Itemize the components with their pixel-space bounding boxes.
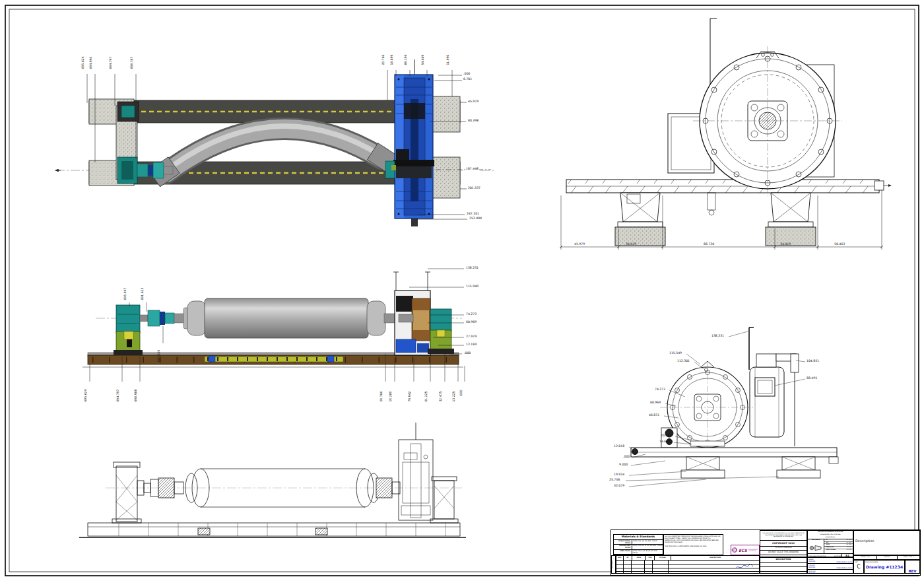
dim-label: 45.979 <box>574 243 585 246</box>
tolerance-box: UNLESS OTHERWISE SPECIFIED DIMENSIONS AR… <box>807 530 853 557</box>
dim-label: 25.758 <box>609 479 620 482</box>
end-view-top <box>560 18 891 250</box>
dim-label: 138.231 <box>466 267 478 270</box>
dim-label: 13.225 <box>453 392 456 402</box>
dim-label: 32.079 <box>614 485 624 488</box>
dim-label: 88.495 <box>807 377 817 380</box>
dim-label: 6.701 <box>463 78 472 81</box>
third-angle-projection-icon <box>809 545 822 551</box>
size-label: SIZE <box>855 561 858 563</box>
dim-label: 138.231 <box>711 335 724 338</box>
revisions-label: REVISIONS <box>612 556 615 573</box>
drive-unit-plan <box>385 59 434 226</box>
dim-label: 20.786 <box>380 392 383 402</box>
material-label: TUBE STEEL <box>614 550 632 554</box>
rev-col-header: DESCRIPTION <box>671 556 759 560</box>
title-block: Materials & Standards STRUCTURAL STEELAS… <box>610 530 921 576</box>
dim-label: 115.549 <box>669 352 682 355</box>
end-view-mid <box>626 327 838 487</box>
weight-label: WEIGHT <box>877 556 898 559</box>
description-header: DESCRIPTION <box>760 558 807 563</box>
dim-label: 86.720 <box>704 243 714 246</box>
dim-label: 50.463 <box>834 243 845 246</box>
dim-label: 54.609 <box>422 55 425 65</box>
description-rows: DESCRIPTION <box>760 557 807 574</box>
sig-label: DRAWN <box>808 559 814 560</box>
sig-date: 22ND MARCH 2013 <box>836 567 852 569</box>
dim-label: 79.942 <box>409 392 412 402</box>
disclaimer-column: THE DESIGN OF THIS DRAWING IS THE SOLE P… <box>760 530 807 557</box>
dim-label: 11.990 <box>447 55 450 65</box>
dim-label: 18.899 <box>391 55 394 65</box>
sig-label: APPROVED <box>808 570 816 572</box>
revision-table: REV BY DATE CHK ECO NO DESCRIPTION <box>616 555 760 574</box>
dim-label: .000 <box>464 352 471 355</box>
rev-value: REV <box>906 561 919 574</box>
sig-name: XXXXX <box>808 566 815 569</box>
company-logo: ECS ENGINEERING SOLUTIONS <box>731 545 760 555</box>
rev-cell: REV <box>905 560 920 574</box>
support-pedestals <box>615 193 816 246</box>
dim-label: 694.797 <box>110 57 113 69</box>
signature-rows: DRAWN XXXXX 22ND MARCH 2013 CHECKED XXXX… <box>807 557 853 574</box>
dim-label: 19.924 <box>614 473 624 477</box>
plan-view <box>55 59 495 226</box>
sig-date: 22ND MARCH 2013 <box>836 561 852 563</box>
dim-label: 12.018 <box>614 445 624 448</box>
drive-wireframe <box>399 423 433 520</box>
rev-col-header: BY <box>624 556 632 560</box>
left-pedestal <box>114 305 143 355</box>
dim-label: 694.990 <box>90 57 93 69</box>
description-panel-label: Description <box>855 539 874 543</box>
scale-strip: SCALE 1:16 WEIGHT SHEET 1 OF 1 <box>853 555 920 560</box>
motor-body <box>750 354 799 446</box>
dim-label: 34.419 <box>626 243 636 246</box>
dim-label: 32.475 <box>440 392 443 402</box>
drive-elevation <box>393 272 454 355</box>
dim-label: 9.000 <box>619 463 628 467</box>
dim-label: 12.169 <box>466 343 477 347</box>
logo-glyph-icon <box>731 546 738 554</box>
dim-label: 88.194 <box>405 55 408 65</box>
dim-label: 691.623 <box>141 288 145 300</box>
dim-label: 20.786 <box>382 55 385 65</box>
wireframe-view <box>79 423 466 537</box>
material-value: ASTM A500 GR. B (46 KSI MIN. YIELD) <box>632 550 663 554</box>
dim-label: 698.988 <box>135 390 138 402</box>
sig-date: 22ND MARCH 2013 <box>836 573 852 574</box>
sig-name: XXXXX <box>808 572 815 574</box>
roll-elevation <box>174 298 397 338</box>
scale-label: SCALE <box>861 557 866 559</box>
materials-standards-box: Materials & Standards STRUCTURAL STEELAS… <box>613 534 663 555</box>
decimals-label: DECIMALS <box>808 539 824 541</box>
dim-label: 60.969 <box>466 321 477 324</box>
rev-col-header: DATE <box>632 556 646 560</box>
logo-text: ECS <box>739 548 747 553</box>
dim-label: 201.537 <box>468 187 480 190</box>
rev-col-header: ECO NO <box>655 556 671 560</box>
size-cell: SIZE C <box>853 560 864 574</box>
disclaimer-text: THE DESIGN OF THIS DRAWING IS THE SOLE P… <box>760 531 807 541</box>
sheet-label: SHEET <box>904 557 908 559</box>
dim-label: 695.624 <box>84 390 88 402</box>
dim-label: 34.419 <box>780 243 791 246</box>
tol-val: ± 1/16 <box>847 549 851 551</box>
elevation-view <box>82 269 465 382</box>
dwg-no-label: DRAWING NUMBER <box>865 561 878 563</box>
materials-title: Materials & Standards <box>614 535 663 539</box>
dim-label: 187.448 <box>465 168 479 171</box>
description-panel: Description <box>853 530 920 555</box>
sig-label: CHECKED <box>808 564 815 566</box>
revisions-strip: REVISIONS <box>611 555 616 574</box>
copyright-text: COPYRIGHT 2013 <box>760 541 807 547</box>
rev-col-header: REV <box>616 556 624 560</box>
notes-box: ALL DOCUMENTED ITEMS MUST BE DESIGNED US… <box>663 534 723 555</box>
dim-label: 112.301 <box>677 360 690 363</box>
logo-subline: SOLUTIONS <box>748 550 758 551</box>
sig-name: XXXXX <box>808 561 815 563</box>
no-scale-text: DO NOT SCALE THIS DRAWING <box>760 551 807 555</box>
dim-label: 14.649 <box>659 440 670 444</box>
notes-paragraph: ALL DOCUMENTED ITEMS MUST BE DESIGNED US… <box>665 535 722 544</box>
material-label: STRUCTURAL STEEL <box>614 540 632 544</box>
drawing-graphics <box>0 0 924 581</box>
